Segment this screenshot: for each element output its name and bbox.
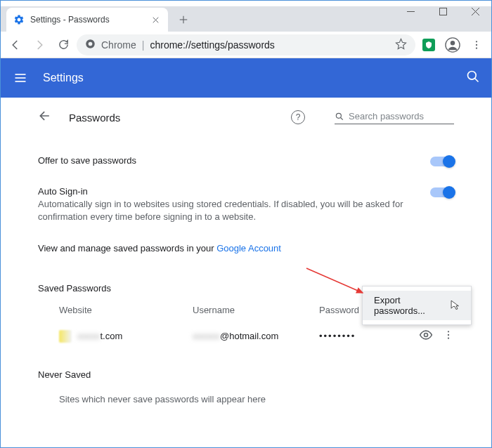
help-icon[interactable]: ? — [291, 110, 305, 124]
svg-point-20 — [336, 113, 341, 118]
settings-favicon-icon — [13, 14, 25, 25]
offer-save-toggle[interactable] — [430, 157, 454, 166]
extension-button[interactable] — [418, 34, 439, 55]
bookmark-star-icon[interactable] — [395, 38, 407, 52]
search-icon[interactable] — [466, 70, 480, 86]
svg-point-11 — [451, 41, 455, 45]
profile-button[interactable] — [442, 34, 463, 55]
svg-point-9 — [89, 41, 93, 46]
omnibox-divider: | — [142, 39, 145, 51]
username-redacted: xxxxxx — [193, 331, 220, 341]
svg-point-25 — [448, 338, 449, 339]
export-passwords-label: Export passwords... — [374, 295, 453, 316]
export-passwords-item[interactable]: Export passwords... — [363, 291, 471, 320]
browser-menu-button[interactable] — [466, 34, 487, 55]
svg-rect-1 — [439, 8, 446, 15]
auto-signin-toggle[interactable] — [430, 187, 454, 197]
col-username: Username — [193, 305, 319, 315]
back-button[interactable] — [5, 34, 26, 55]
password-mask: •••••••• — [319, 331, 419, 341]
browser-tab[interactable]: Settings - Passwords — [6, 8, 168, 32]
auto-signin-desc: Automatically sign in to websites using … — [38, 198, 430, 223]
search-icon — [335, 111, 344, 122]
manage-text: View and manage saved passwords in your — [38, 243, 216, 253]
tab-close-icon[interactable] — [150, 14, 161, 25]
svg-line-21 — [341, 117, 343, 119]
show-password-icon[interactable] — [419, 328, 433, 344]
svg-point-18 — [468, 72, 477, 80]
reload-button[interactable] — [53, 34, 74, 55]
svg-point-23 — [448, 331, 449, 333]
window-maximize-button[interactable] — [427, 1, 459, 22]
row-more-icon[interactable] — [443, 329, 454, 343]
never-saved-heading: Never Saved — [38, 369, 454, 380]
search-passwords-input[interactable] — [349, 111, 454, 121]
svg-point-22 — [425, 334, 428, 337]
search-passwords-field[interactable] — [335, 111, 454, 124]
omnibox-scheme: Chrome — [101, 39, 136, 51]
browser-toolbar: Chrome | chrome://settings/passwords — [1, 32, 491, 58]
svg-point-13 — [476, 44, 477, 45]
svg-point-24 — [448, 334, 449, 336]
chrome-page-icon — [85, 39, 96, 51]
back-arrow-icon[interactable] — [38, 109, 52, 126]
omnibox-url: chrome://settings/passwords — [150, 39, 274, 51]
offer-save-label: Offer to save passwords — [38, 155, 430, 166]
hamburger-menu-icon[interactable] — [12, 70, 29, 86]
settings-title: Settings — [43, 72, 84, 84]
cursor-icon — [450, 299, 460, 312]
svg-point-12 — [476, 41, 477, 42]
username-suffix: @hotmail.com — [220, 331, 278, 341]
auto-signin-label: Auto Sign-in — [38, 186, 430, 197]
svg-line-19 — [475, 79, 479, 82]
settings-header: Settings — [1, 58, 491, 98]
window-minimize-button[interactable] — [394, 1, 427, 22]
tab-title: Settings - Passwords — [30, 15, 144, 25]
password-row[interactable]: xxxxxt.com xxxxxx@hotmail.com •••••••• — [38, 322, 454, 350]
shield-extension-icon — [422, 39, 435, 51]
google-account-link[interactable]: Google Account — [216, 243, 281, 253]
svg-point-14 — [476, 47, 477, 48]
forward-button[interactable] — [29, 34, 50, 55]
website-suffix: t.com — [101, 331, 123, 341]
page-title: Passwords — [69, 112, 120, 124]
address-bar[interactable]: Chrome | chrome://settings/passwords — [77, 34, 415, 55]
never-saved-empty: Sites which never save passwords will ap… — [38, 384, 454, 404]
new-tab-button[interactable] — [174, 10, 193, 29]
col-website: Website — [59, 305, 193, 315]
context-menu: Export passwords... — [362, 286, 472, 325]
website-redacted: xxxxx — [77, 331, 101, 341]
window-close-button[interactable] — [459, 1, 491, 22]
site-favicon-icon — [59, 330, 72, 343]
